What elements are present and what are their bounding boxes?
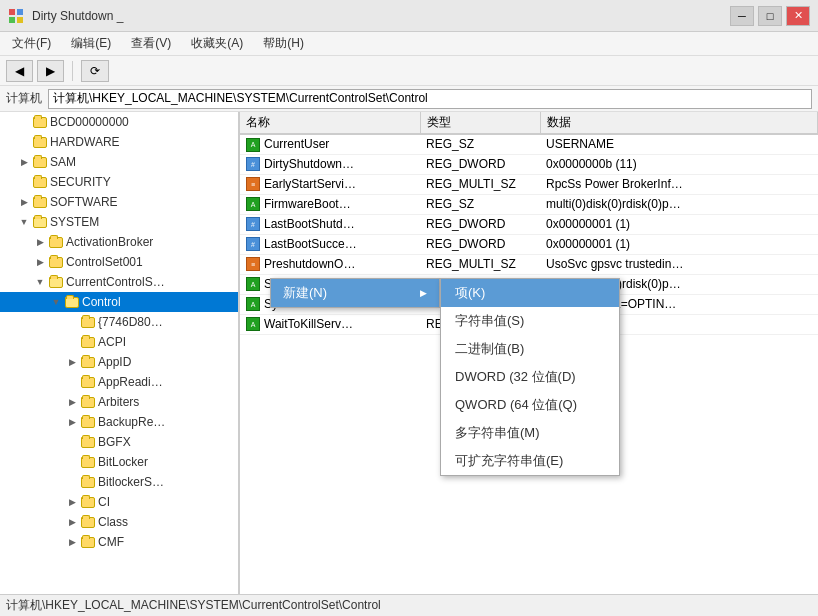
context-menu-overlay: 新建(N) ▶ 项(K) 字符串值(S) 二进制值(B) DWORD (32 位… [0,0,818,616]
ctx-subitem-binary[interactable]: 二进制值(B) [441,335,619,363]
context-submenu: 项(K) 字符串值(S) 二进制值(B) DWORD (32 位值(D) QWO… [440,278,620,476]
chevron-right-icon: ▶ [420,288,427,298]
ctx-subitem-key[interactable]: 项(K) [441,279,619,307]
ctx-subitem-qword[interactable]: QWORD (64 位值(Q) [441,391,619,419]
ctx-item-new[interactable]: 新建(N) ▶ [271,279,439,307]
ctx-subitem-dword[interactable]: DWORD (32 位值(D) [441,363,619,391]
ctx-subitem-string[interactable]: 字符串值(S) [441,307,619,335]
ctx-subitem-multistring[interactable]: 多字符串值(M) [441,419,619,447]
ctx-subitem-expandstring[interactable]: 可扩充字符串值(E) [441,447,619,475]
context-menu-new: 新建(N) ▶ [270,278,440,308]
